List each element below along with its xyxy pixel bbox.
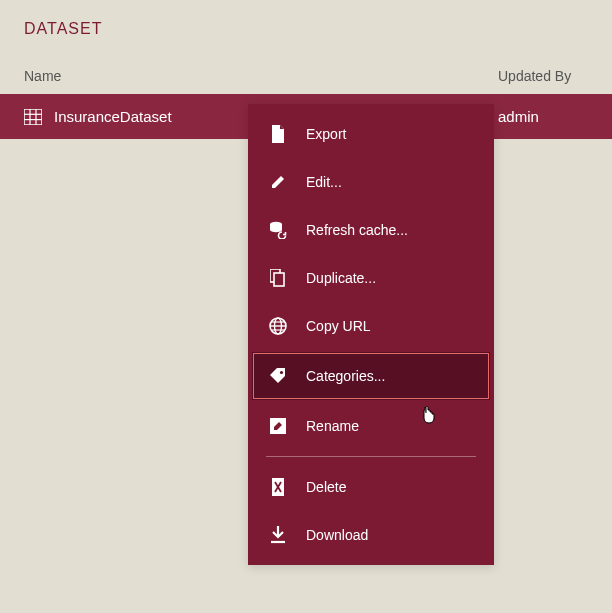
menu-item-copy-url[interactable]: Copy URL xyxy=(248,302,494,350)
edit-box-icon xyxy=(268,416,288,436)
menu-label: Duplicate... xyxy=(306,270,376,286)
header: DATASET xyxy=(0,0,612,46)
menu-item-download[interactable]: Download xyxy=(248,511,494,559)
svg-rect-0 xyxy=(24,109,42,125)
menu-label: Edit... xyxy=(306,174,342,190)
database-refresh-icon xyxy=(268,220,288,240)
menu-item-delete[interactable]: Delete xyxy=(248,463,494,511)
menu-item-refresh-cache[interactable]: Refresh cache... xyxy=(248,206,494,254)
menu-label: Refresh cache... xyxy=(306,222,408,238)
menu-label: Delete xyxy=(306,479,346,495)
menu-item-categories[interactable]: Categories... xyxy=(252,352,490,400)
copy-icon xyxy=(268,268,288,288)
menu-divider xyxy=(266,456,476,457)
page-title: DATASET xyxy=(24,20,588,38)
column-header-name[interactable]: Name xyxy=(24,68,498,84)
pencil-icon xyxy=(268,172,288,192)
context-menu: Export Edit... Refresh cache... xyxy=(248,104,494,565)
row-updated-by: admin xyxy=(498,108,588,125)
menu-label: Categories... xyxy=(306,368,385,384)
menu-label: Rename xyxy=(306,418,359,434)
menu-label: Export xyxy=(306,126,346,142)
menu-label: Download xyxy=(306,527,368,543)
svg-rect-7 xyxy=(274,273,284,286)
column-header-updated-by[interactable]: Updated By xyxy=(498,68,588,84)
column-headers: Name Updated By xyxy=(0,46,612,94)
delete-icon xyxy=(268,477,288,497)
menu-item-rename[interactable]: Rename xyxy=(248,402,494,450)
globe-icon xyxy=(268,316,288,336)
dataset-grid-icon xyxy=(24,109,42,125)
menu-label: Copy URL xyxy=(306,318,371,334)
menu-item-export[interactable]: Export xyxy=(248,110,494,158)
download-icon xyxy=(268,525,288,545)
menu-item-edit[interactable]: Edit... xyxy=(248,158,494,206)
file-icon xyxy=(268,124,288,144)
svg-point-13 xyxy=(280,371,283,374)
menu-item-duplicate[interactable]: Duplicate... xyxy=(248,254,494,302)
tag-icon xyxy=(268,366,288,386)
